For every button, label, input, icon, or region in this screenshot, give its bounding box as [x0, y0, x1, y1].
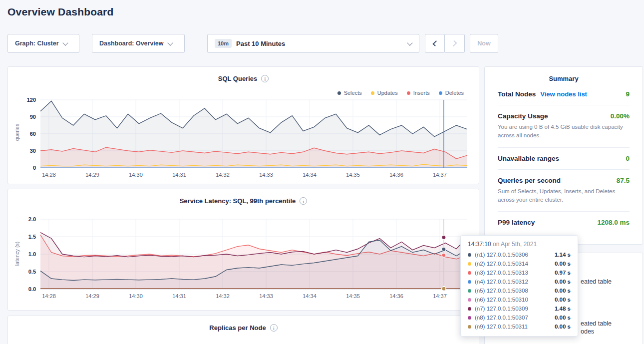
chart-header: Replicas per Node i [8, 316, 479, 332]
svg-text:1.0: 1.0 [28, 251, 36, 257]
info-icon[interactable]: i [270, 324, 278, 332]
tooltip-node-label: (n2) 127.0.0.1:50314 [475, 261, 528, 267]
tooltip-node-row: (n9) 127.0.0.1:503110.00 s [468, 322, 571, 331]
chart-header: Service Latency: SQL, 99th percentile i [8, 189, 479, 205]
time-next-button[interactable] [444, 34, 465, 53]
tooltip-node-label: (n5) 127.0.0.1:50308 [475, 288, 528, 294]
tooltip-node-value: 0.00 s [555, 288, 571, 294]
now-button[interactable]: Now [470, 34, 498, 53]
svg-text:14:37: 14:37 [433, 293, 447, 299]
chevron-down-icon [167, 40, 173, 45]
tooltip-node-label: (n3) 127.0.0.1:50313 [475, 270, 528, 276]
series-color-dot [468, 289, 471, 293]
sql-queries-plot[interactable]: 030609012014:2814:2914:3014:3114:3214:33… [8, 94, 477, 180]
qps-description: Sum of Selects, Updates, Inserts, and De… [498, 187, 630, 205]
tooltip-node-value: 0.00 s [555, 297, 571, 303]
svg-text:14:29: 14:29 [85, 172, 99, 178]
graph-scope-dropdown[interactable]: Graph: Cluster [7, 34, 79, 53]
svg-text:14:33: 14:33 [259, 172, 273, 178]
tooltip-rows: (n1) 127.0.0.1:503061.14 s(n2) 127.0.0.1… [468, 250, 571, 331]
summary-row-total-nodes: Total Nodes View nodes list 9 [498, 83, 630, 105]
event-text-fragment: eated table [581, 278, 612, 285]
tooltip-date: on Apr 5th, 2021 [493, 241, 537, 248]
chevron-down-icon [62, 40, 68, 45]
tooltip-node-row: (n5) 127.0.0.1:503080.00 s [468, 286, 571, 295]
tooltip-node-value: 0.97 s [555, 270, 571, 276]
chart-title: SQL Queries [218, 75, 258, 82]
tooltip-node-label: (n6) 127.0.0.1:50310 [475, 297, 528, 303]
svg-text:1.5: 1.5 [28, 234, 36, 240]
unavailable-ranges-label: Unavailable ranges [498, 155, 559, 162]
dashboard-dropdown[interactable]: Dashboard: Overview [92, 34, 185, 53]
view-nodes-list-link[interactable]: View nodes list [540, 90, 587, 98]
chart-title: Replicas per Node [209, 324, 266, 332]
summary-row-capacity: Capacity Usage 0.00% You are using 0 B o… [498, 105, 630, 148]
svg-text:14:28: 14:28 [42, 172, 56, 178]
series-color-dot [468, 298, 471, 302]
tooltip-node-row: (n8) 127.0.0.1:503070.00 s [468, 313, 571, 322]
svg-text:14:33: 14:33 [259, 293, 273, 299]
tooltip-node-row: (n4) 127.0.0.1:503120.00 s [468, 277, 571, 286]
tooltip-node-row: (n6) 127.0.0.1:503100.00 s [468, 295, 571, 304]
tooltip-node-value: 0.00 s [555, 279, 571, 285]
y-axis-label: latency (s) [14, 224, 20, 284]
summary-row-qps: Queries per second 87.5 Sum of Selects, … [498, 170, 630, 212]
svg-text:14:34: 14:34 [303, 172, 317, 178]
series-color-dot [468, 307, 471, 311]
tooltip-node-label: (n1) 127.0.0.1:50306 [475, 252, 528, 258]
summary-row-unavailable-ranges: Unavailable ranges 0 [498, 148, 630, 170]
svg-text:14:30: 14:30 [129, 172, 143, 178]
svg-text:14:31: 14:31 [172, 172, 186, 178]
total-nodes-label: Total Nodes [498, 90, 536, 98]
time-range-badge: 10m [215, 39, 232, 48]
dashboard-label: Dashboard: Overview [99, 40, 164, 47]
svg-text:14:32: 14:32 [216, 172, 230, 178]
svg-text:30: 30 [30, 148, 36, 154]
service-latency-plot[interactable]: 0.00.51.01.52.014:2814:2914:3014:3114:32… [8, 213, 477, 302]
event-text-fragment: eated table [581, 320, 612, 327]
graph-scope-label: Graph: Cluster [15, 40, 59, 47]
svg-text:14:28: 14:28 [42, 293, 56, 299]
tooltip-time: 14:37:10 [468, 241, 491, 248]
tooltip-node-row: (n7) 127.0.0.1:503091.48 s [468, 304, 571, 313]
page-title: Overview Dashboard [7, 6, 114, 18]
qps-label: Queries per second [498, 177, 561, 184]
svg-text:0.0: 0.0 [28, 286, 36, 292]
svg-text:14:35: 14:35 [346, 172, 360, 178]
svg-text:14:30: 14:30 [129, 293, 143, 299]
metrics-controls: Graph: Cluster Dashboard: Overview 10m P… [0, 34, 644, 53]
summary-row-p99: P99 latency 1208.0 ms [498, 212, 630, 233]
sql-queries-chart-card: SQL Queries i SelectsUpdatesInsertsDelet… [7, 66, 479, 184]
overview-dashboard-page: Overview Dashboard Graph: Cluster Dashbo… [0, 0, 644, 344]
summary-panel: Summary Total Nodes View nodes list 9 Ca… [484, 66, 643, 245]
series-color-dot [468, 262, 471, 266]
y-axis-label: queries [14, 102, 20, 162]
svg-text:2.0: 2.0 [28, 216, 36, 222]
svg-text:14:31: 14:31 [172, 293, 186, 299]
svg-text:14:29: 14:29 [85, 293, 99, 299]
qps-value: 87.5 [617, 177, 630, 184]
chevron-down-icon [407, 40, 412, 45]
tooltip-node-row: (n3) 127.0.0.1:503130.97 s [468, 268, 571, 277]
tooltip-node-value: 0.00 s [555, 324, 571, 330]
svg-text:0: 0 [33, 165, 36, 171]
info-icon[interactable]: i [261, 75, 269, 82]
time-prev-button[interactable] [425, 34, 445, 53]
capacity-value: 0.00% [611, 112, 630, 120]
chart-title: Service Latency: SQL, 99th percentile [180, 197, 296, 205]
p99-value: 1208.0 ms [597, 219, 630, 226]
series-color-dot [468, 325, 471, 329]
summary-rows: Total Nodes View nodes list 9 Capacity U… [498, 83, 630, 233]
series-color-dot [468, 271, 471, 275]
info-icon[interactable]: i [300, 197, 307, 205]
tooltip-node-value: 0.00 s [555, 261, 571, 267]
replicas-per-node-chart-card: Replicas per Node i [7, 316, 479, 344]
chevron-right-icon [451, 40, 457, 47]
p99-label: P99 latency [498, 219, 535, 226]
time-range-dropdown[interactable]: 10m Past 10 Minutes [207, 34, 419, 53]
svg-text:120: 120 [27, 97, 36, 103]
tooltip-node-value: 0.00 s [555, 315, 571, 321]
tooltip-node-label: (n8) 127.0.0.1:50307 [475, 315, 528, 321]
svg-text:14:36: 14:36 [389, 293, 403, 299]
svg-text:14:36: 14:36 [389, 172, 403, 178]
